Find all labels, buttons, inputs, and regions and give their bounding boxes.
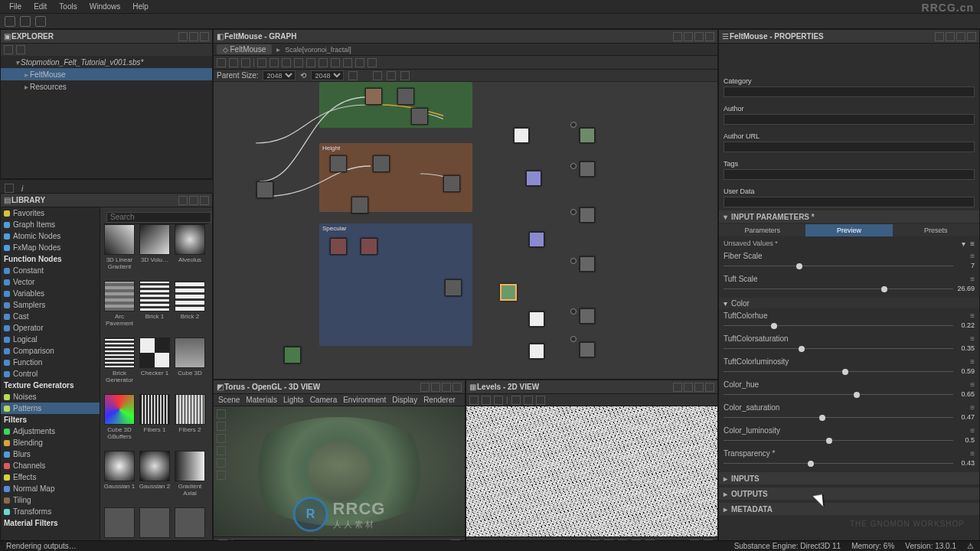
- thumbnail[interactable]: Gaussian 2: [139, 451, 171, 504]
- category-row[interactable]: Favorites: [1, 207, 100, 219]
- tab-parameters[interactable]: Parameters: [719, 224, 805, 236]
- property-input[interactable]: [724, 142, 975, 152]
- category-row[interactable]: Channels: [1, 460, 100, 471]
- axis-icon[interactable]: [217, 471, 226, 480]
- param-slider[interactable]: 0.65: [724, 391, 975, 399]
- viewport-2d[interactable]: [466, 406, 717, 536]
- graph-node[interactable]: [373, 155, 390, 172]
- section-input-parameters[interactable]: ▾ INPUT PARAMETERS *: [719, 210, 979, 223]
- maximize-icon[interactable]: [956, 32, 965, 41]
- param-slider[interactable]: 26.69: [724, 285, 975, 293]
- param-slider[interactable]: 0.22: [724, 322, 975, 330]
- pin-icon[interactable]: [673, 32, 682, 41]
- thumbnail[interactable]: Cube 3D: [174, 337, 206, 391]
- dropdown-icon[interactable]: ▾: [962, 240, 965, 248]
- restore-icon[interactable]: [684, 32, 693, 41]
- warning-icon[interactable]: ⚠: [967, 542, 974, 550]
- menu-scene[interactable]: Scene: [218, 396, 240, 404]
- parent-size-x[interactable]: 2048: [263, 70, 296, 80]
- output-port-icon[interactable]: [570, 258, 577, 264]
- menu-materials[interactable]: Materials: [246, 396, 277, 404]
- link-icon[interactable]: [35, 16, 46, 27]
- graph-node[interactable]: [330, 155, 347, 172]
- category-row[interactable]: Cast: [1, 311, 100, 322]
- graph-output-node[interactable]: [580, 128, 595, 143]
- new-icon[interactable]: [4, 45, 13, 54]
- category-row[interactable]: FxMap Nodes: [1, 242, 100, 253]
- graph-canvas[interactable]: Height Specular: [214, 82, 717, 379]
- thumbnail[interactable]: Brick Generator: [103, 337, 136, 391]
- info-icon[interactable]: [511, 396, 521, 405]
- param-slider[interactable]: 0.35: [724, 345, 975, 353]
- close-icon[interactable]: [200, 196, 209, 205]
- copy-icon[interactable]: [482, 396, 491, 405]
- viewport-3d[interactable]: R RRCG 人人素材: [214, 406, 465, 536]
- pin-icon[interactable]: [420, 383, 430, 392]
- category-row[interactable]: Blurs: [1, 448, 100, 460]
- pin-icon[interactable]: [178, 32, 188, 41]
- property-input[interactable]: [724, 197, 975, 207]
- menu-icon[interactable]: ≡: [970, 252, 975, 260]
- menu-camera[interactable]: Camera: [310, 396, 338, 404]
- unsaved-row[interactable]: Unsaved Values * ▾ ≡: [724, 238, 975, 249]
- output-port-icon[interactable]: [570, 209, 577, 215]
- param-slider[interactable]: 7: [724, 262, 975, 270]
- menu-icon[interactable]: ≡: [970, 357, 975, 366]
- graph-frame-green[interactable]: [319, 82, 472, 128]
- fit-icon[interactable]: [282, 58, 291, 67]
- close-icon[interactable]: [967, 32, 976, 41]
- grid-icon[interactable]: [217, 458, 226, 468]
- graph-node[interactable]: [351, 197, 368, 214]
- thumbnail[interactable]: Arc Pavement: [103, 281, 136, 334]
- graph-output-node[interactable]: [580, 308, 595, 324]
- restore-icon[interactable]: [431, 383, 440, 392]
- param-slider[interactable]: 0.59: [724, 368, 975, 376]
- graph-node[interactable]: [445, 279, 462, 296]
- menu-display[interactable]: Display: [392, 396, 417, 404]
- menu-help[interactable]: Help: [126, 2, 155, 11]
- maximize-icon[interactable]: [694, 32, 704, 41]
- hierarchy-icon[interactable]: [306, 58, 315, 67]
- graph-output-node[interactable]: [526, 171, 541, 186]
- explorer-tree[interactable]: ▾ Stopmotion_Felt_Tutorial_v001.sbs* ▸ F…: [1, 56, 212, 178]
- menu-icon[interactable]: ≡: [970, 334, 975, 343]
- thumbnail-grid[interactable]: 3D Linear Gradient3D Volu…AlveolusArc Pa…: [103, 224, 209, 547]
- thumbnail[interactable]: Gaussian 1: [103, 451, 136, 504]
- menu-lights[interactable]: Lights: [283, 396, 304, 404]
- select-icon[interactable]: [217, 58, 226, 67]
- menu-icon[interactable]: ≡: [970, 275, 975, 283]
- section-outputs[interactable]: ▸OUTPUTS: [719, 487, 979, 500]
- histogram-icon[interactable]: [524, 396, 533, 405]
- link-size-icon[interactable]: ⟲: [300, 71, 306, 80]
- property-input[interactable]: [724, 86, 975, 97]
- tree-item-resources[interactable]: ▸ Resources: [1, 80, 212, 93]
- output-port-icon[interactable]: [570, 336, 577, 342]
- menu-icon[interactable]: ≡: [970, 426, 975, 435]
- category-row[interactable]: Normal Map: [1, 483, 100, 494]
- info-icon[interactable]: [387, 71, 396, 80]
- graph-node[interactable]: [411, 108, 428, 125]
- material-icon[interactable]: [217, 409, 226, 419]
- category-row[interactable]: Logical: [1, 334, 100, 345]
- graph-node[interactable]: [443, 175, 460, 192]
- parent-size-y[interactable]: 2048: [311, 70, 344, 80]
- output-port-icon[interactable]: [570, 122, 577, 128]
- search-input[interactable]: [106, 212, 211, 223]
- category-row[interactable]: Operator: [1, 322, 100, 334]
- section-inputs[interactable]: ▸INPUTS: [719, 472, 979, 484]
- menu-renderer[interactable]: Renderer: [423, 396, 456, 404]
- thumbnail[interactable]: 3D Volu…: [139, 224, 171, 278]
- output-port-icon[interactable]: [570, 163, 577, 169]
- thumbnail[interactable]: Fibers 2: [174, 394, 206, 448]
- thumbnail[interactable]: Brick 1: [139, 281, 171, 334]
- tree-file[interactable]: ▾ Stopmotion_Felt_Tutorial_v001.sbs*: [1, 56, 212, 68]
- link-icon[interactable]: [318, 58, 328, 67]
- restore-icon[interactable]: [684, 383, 693, 392]
- param-slider[interactable]: 0.47: [724, 414, 975, 422]
- graph-output-node[interactable]: [580, 342, 595, 357]
- menu-edit[interactable]: Edit: [28, 2, 53, 11]
- category-row[interactable]: Effects: [1, 471, 100, 483]
- thumbnail[interactable]: Cube 3D GBuffers: [103, 394, 136, 448]
- close-icon[interactable]: [705, 383, 714, 392]
- ruler-icon[interactable]: [536, 396, 545, 405]
